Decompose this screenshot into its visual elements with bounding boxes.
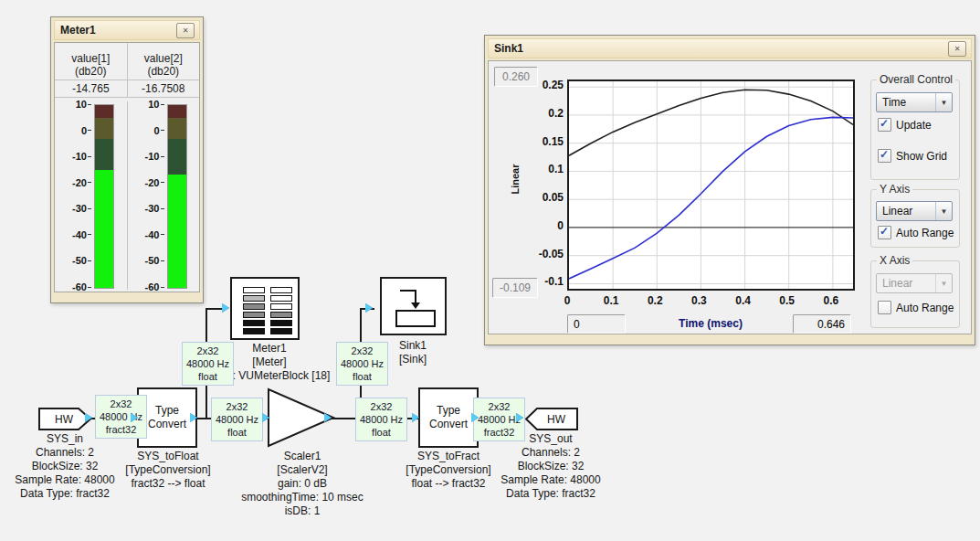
close-icon[interactable]: ✕	[948, 41, 966, 57]
meter-window-titlebar[interactable]: Meter1 ✕	[54, 20, 200, 40]
scaler-caption: Scaler1[ScalerV2] gain: 0 dBsmoothingTim…	[220, 450, 385, 518]
checkbox-box	[878, 118, 891, 132]
y-tick-label: 0.25	[525, 79, 564, 91]
port-icon[interactable]	[131, 413, 138, 422]
vu-meter-icon	[243, 287, 292, 336]
port-icon[interactable]	[516, 413, 523, 422]
sink-window-title: Sink1	[494, 42, 523, 55]
x-axis-title: Time (msec)	[656, 317, 765, 330]
y-tick-label: 0.2	[525, 107, 564, 120]
checkbox-box	[878, 226, 891, 239]
x-min-field[interactable]: 0	[567, 314, 626, 334]
x-tick-label: 0	[553, 294, 581, 307]
block-sink[interactable]	[380, 277, 447, 335]
y-tick-label: 0	[525, 219, 564, 232]
port-icon[interactable]	[365, 303, 373, 313]
plot-area	[567, 80, 855, 291]
meter-window-body: value[1] (db20) value[2] (db20) -14.765 …	[54, 42, 200, 292]
port-icon[interactable]	[262, 413, 269, 422]
vu-meter-bar	[167, 104, 187, 289]
y-auto-range-checkbox[interactable]: Auto Range	[878, 226, 954, 239]
meter-reading-1: -14.765	[55, 80, 128, 97]
y-tick-label: 0.15	[525, 135, 564, 148]
x-auto-range-checkbox[interactable]: Auto Range	[878, 301, 954, 314]
wire-label: 2x3248000 Hzfloat	[182, 342, 234, 386]
x-axis-group-label: X Axis	[877, 254, 912, 267]
meter-reading-2: -16.7508	[128, 80, 200, 97]
y-axis-title: Linear	[510, 152, 522, 207]
x-tick-label: 0.4	[730, 294, 757, 307]
y-axis-group-label: Y Axis	[877, 183, 912, 196]
y-tick-label: 0.1	[525, 163, 564, 175]
close-icon[interactable]: ✕	[176, 23, 195, 38]
y-tick-label: -0.1	[525, 275, 564, 288]
block-type-convert-2[interactable]: Type Convert	[418, 387, 479, 448]
meter-col-header-2: value[2] (db20)	[128, 43, 200, 80]
domain-dropdown[interactable]: Time ▼	[876, 92, 953, 112]
sys-out-caption: SYS_outChannels: 2 BlockSize: 32Sample R…	[478, 432, 624, 501]
checkbox-box	[878, 301, 891, 314]
chevron-down-icon: ▼	[935, 93, 952, 111]
vu-meter-channel-2: 100-10-20-30-40-50-60	[128, 101, 200, 290]
wire-label: 2x3248000 Hzfloat	[336, 342, 388, 386]
show-grid-checkbox[interactable]: Show Grid	[878, 149, 947, 163]
x-tick-label: 0.6	[817, 294, 845, 307]
x-tick-label: 0.5	[774, 294, 801, 307]
chevron-down-icon: ▼	[935, 274, 952, 292]
vu-meter-scale: 100-10-20-30-40-50-60	[55, 104, 93, 287]
port-icon[interactable]	[412, 413, 419, 422]
vu-meter-bar	[94, 104, 114, 289]
svg-text:HW: HW	[547, 413, 566, 426]
vu-meter-scale: 100-10-20-30-40-50-60	[128, 104, 166, 287]
meter-col-header-1: value[1] (db20)	[55, 43, 128, 80]
canvas: Meter1 ✕ value[1] (db20) value[2] (db20)…	[0, 0, 980, 541]
line-chart	[569, 81, 853, 289]
block-sys-out[interactable]: HW	[522, 408, 579, 430]
x-axis-scale-dropdown: Linear ▼	[876, 273, 953, 293]
port-icon[interactable]	[85, 413, 92, 422]
sink-window-body: 0.260 -0.109 Linear 0.250.20.150.10.050-…	[488, 60, 972, 334]
wire-label: 2x3248000 Hzfloat	[211, 398, 263, 441]
wire-label: 2x3248000 Hzfract32	[95, 395, 147, 439]
checkbox-box	[878, 149, 891, 163]
meter-window: Meter1 ✕ value[1] (db20) value[2] (db20)…	[50, 16, 204, 303]
y-tick-label: -0.05	[525, 248, 564, 260]
chevron-down-icon: ▼	[935, 202, 952, 220]
vu-meter-channel-1: 100-10-20-30-40-50-60	[55, 101, 128, 290]
x-tick-label: 0.2	[641, 294, 669, 307]
svg-text:HW: HW	[55, 413, 74, 426]
port-icon[interactable]	[222, 303, 229, 313]
meter-value-table: value[1] (db20) value[2] (db20) -14.765 …	[55, 43, 199, 98]
block-meter[interactable]	[230, 277, 300, 340]
type-convert-1-caption: SYS_toFloat[TypeConversion] fract32 --> …	[95, 450, 241, 491]
x-axis-group: X Axis	[870, 260, 960, 328]
wire-label: 2x3248000 Hzfloat	[355, 398, 407, 441]
port-icon[interactable]	[471, 413, 479, 422]
sink-window: Sink1 ✕ 0.260 -0.109 Linear 0.250.20.150…	[484, 35, 975, 345]
y-tick-label: 0.05	[525, 191, 564, 204]
port-icon[interactable]	[190, 413, 197, 422]
port-icon[interactable]	[324, 413, 332, 422]
meter-window-title: Meter1	[60, 24, 96, 37]
overall-control-group-label: Overall Control	[877, 73, 955, 86]
sink-window-titlebar[interactable]: Sink1 ✕	[488, 38, 972, 58]
update-checkbox[interactable]: Update	[878, 118, 932, 132]
x-tick-label: 0.1	[597, 294, 625, 307]
x-tick-label: 0.3	[685, 294, 712, 307]
y-axis-scale-dropdown[interactable]: Linear ▼	[876, 201, 953, 221]
x-max-field[interactable]: 0.646	[793, 314, 851, 334]
